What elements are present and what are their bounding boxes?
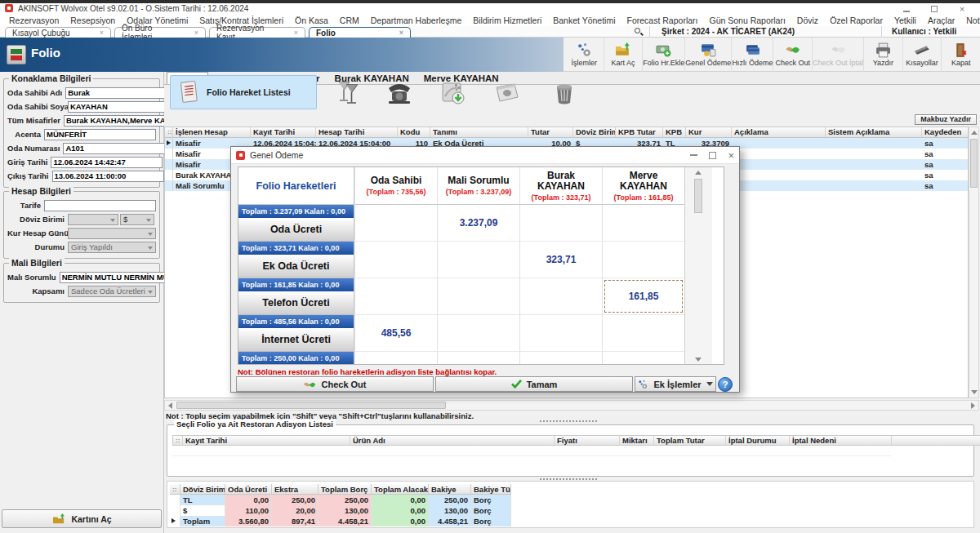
yazdir-button[interactable]: Yazdır: [864, 38, 903, 72]
minibar-cocktail-icon[interactable]: [332, 78, 364, 108]
dialog-close-button[interactable]: ×: [728, 152, 734, 159]
split-cell[interactable]: [437, 352, 519, 365]
close-button[interactable]: ×: [956, 5, 969, 14]
dialog-titlebar[interactable]: Genel Ödeme ×: [231, 147, 739, 164]
search-icon[interactable]: [633, 27, 644, 37]
table-horizontal-scrollbar[interactable]: [164, 400, 979, 411]
minimize-button[interactable]: [900, 5, 913, 14]
split-cell[interactable]: [437, 242, 519, 278]
telephone-icon[interactable]: [383, 78, 416, 108]
tab-on-buro-islemleri[interactable]: Ön Büro İşlemleri ×: [114, 27, 206, 38]
split-cell[interactable]: [519, 352, 602, 365]
menu-item-forecast-raporlari[interactable]: Forecast Raporları: [621, 16, 704, 25]
summary-row-usd[interactable]: $ 110,00 20,00 130,00 0,00 130,00 Borç: [170, 505, 511, 516]
column-header[interactable]: Hesap Tarihi: [316, 127, 398, 137]
ledger-icon[interactable]: [491, 78, 523, 108]
menu-item-gun-sonu-raporlari[interactable]: Gün Sonu Raporları: [703, 16, 791, 25]
makbuz-yazdir-button[interactable]: Makbuz Yazdır: [915, 114, 977, 125]
split-cell[interactable]: [354, 278, 437, 315]
column-header[interactable]: Kodu: [398, 127, 430, 137]
cikis-tarihi-field[interactable]: [52, 171, 164, 182]
column-header[interactable]: Sistem Açıklama: [826, 127, 922, 137]
column-header[interactable]: Tutar: [528, 127, 573, 137]
menu-item-on-kasa[interactable]: Ön Kasa: [289, 16, 334, 25]
column-header[interactable]: Kaydeden: [922, 127, 961, 137]
column-header[interactable]: Kayıt Tarihi: [251, 127, 316, 137]
oda-sahibi-adi-field[interactable]: [65, 87, 177, 99]
split-cell[interactable]: [602, 242, 684, 278]
dialog-help-button[interactable]: ?: [718, 377, 733, 392]
column-header[interactable]: Bakiye: [429, 484, 471, 495]
oda-numarasi-field[interactable]: [63, 143, 175, 154]
menu-item-yetkili[interactable]: Yetkili: [889, 16, 922, 25]
split-cell[interactable]: [354, 205, 437, 242]
column-header[interactable]: Döviz Birimi: [573, 127, 616, 137]
split-cell[interactable]: [519, 315, 602, 352]
menu-item-ozel-raporlar[interactable]: Özel Raporlar: [824, 16, 889, 25]
tab-close-icon[interactable]: ×: [88, 29, 104, 37]
column-header[interactable]: Tanımı: [430, 127, 528, 137]
kart-ac-button[interactable]: Kart Aç: [604, 38, 644, 72]
oda-sahibi-soyadi-field[interactable]: [68, 101, 180, 113]
dialog-tamam-button[interactable]: Tamam: [435, 376, 633, 392]
menu-item-resepsiyon[interactable]: Resepsiyon: [65, 16, 121, 25]
hizli-odeme-button[interactable]: Hızlı Ödeme: [732, 38, 773, 72]
split-cell[interactable]: [602, 352, 684, 365]
summary-row-toplam[interactable]: Toplam 3.560,80 897,41 4.458,21 0,00 4.4…: [170, 516, 511, 526]
menu-item-rezervasyon[interactable]: Rezervasyon: [3, 16, 65, 25]
table-vertical-scrollbar[interactable]: [969, 127, 979, 398]
column-header[interactable]: Toplam Alacak: [372, 484, 429, 495]
column-header[interactable]: Toplam Tutar: [654, 436, 726, 445]
split-cell[interactable]: [437, 315, 519, 352]
menu-item-crm[interactable]: CRM: [334, 16, 365, 25]
column-header[interactable]: Fiyatı: [555, 436, 620, 445]
column-header[interactable]: İşlenen Hesap: [173, 127, 251, 137]
split-cell[interactable]: [354, 352, 437, 365]
kapat-button[interactable]: Kapat: [942, 38, 980, 72]
column-header[interactable]: Döviz Birimi: [180, 484, 225, 495]
split-cell[interactable]: [602, 315, 684, 352]
column-header[interactable]: KPB Tutar: [616, 127, 663, 137]
folio-hareket-listesi-button[interactable]: Folio Hareket Listesi: [170, 75, 317, 109]
column-header[interactable]: Ekstra: [272, 484, 318, 495]
tab-kisayol-cubugu[interactable]: Kısayol Çubuğu ×: [5, 27, 111, 38]
split-cell-selected[interactable]: 161,85: [602, 278, 684, 315]
dialog-minimize-button[interactable]: [690, 154, 697, 156]
split-cell[interactable]: 3.237,09: [437, 205, 519, 242]
tab-close-icon[interactable]: ×: [388, 29, 403, 37]
mali-sorumlu-field[interactable]: [60, 272, 172, 283]
menu-item-banket-yonetimi[interactable]: Banket Yönetimi: [547, 16, 621, 25]
summary-row-tl[interactable]: TL 0,00 250,00 250,00 0,00 250,00 Borç: [170, 495, 511, 505]
tab-close-icon[interactable]: ×: [183, 29, 198, 37]
menu-item-araclar[interactable]: Araçlar: [922, 16, 960, 25]
dialog-vertical-scrollbar[interactable]: [684, 167, 712, 365]
column-header[interactable]: KPB: [663, 127, 686, 137]
column-header[interactable]: Bakiye Türü: [471, 484, 511, 495]
tab-folio[interactable]: Folio ×: [309, 27, 411, 38]
column-header[interactable]: Toplam Borç: [318, 484, 372, 495]
tab-rezervasyon-kayit[interactable]: Rezervasyon Kayıt ×: [209, 27, 305, 38]
split-cell[interactable]: [602, 205, 684, 242]
split-cell[interactable]: 485,56: [354, 315, 437, 352]
kisayollar-button[interactable]: Kısayollar: [903, 38, 942, 72]
dropdown-arrow-icon[interactable]: [706, 382, 713, 386]
islemler-button[interactable]: İşlemler: [565, 38, 604, 72]
split-cell[interactable]: [519, 205, 602, 242]
column-header[interactable]: Kayıt Tarihi: [183, 436, 350, 445]
split-cell[interactable]: [519, 278, 602, 315]
tarife-field[interactable]: [44, 200, 156, 211]
column-header[interactable]: İptal Durumu: [726, 436, 790, 445]
dialog-check-out-button[interactable]: Check Out: [236, 376, 434, 392]
menu-item-departman-haberlesme[interactable]: Departman Haberleşme: [365, 16, 467, 25]
acenta-field[interactable]: [44, 129, 156, 140]
trash-icon[interactable]: [548, 78, 581, 108]
check-out-button[interactable]: Check Out: [773, 38, 813, 72]
split-cell[interactable]: [354, 242, 437, 278]
column-header[interactable]: Ürün Adı: [350, 436, 555, 445]
column-header[interactable]: Oda Ücreti: [225, 484, 272, 495]
map-export-icon[interactable]: [437, 78, 470, 108]
split-cell[interactable]: 323,71: [519, 242, 602, 278]
column-header[interactable]: Miktarı: [620, 436, 654, 445]
genel-odeme-button[interactable]: Genel Ödeme: [685, 38, 732, 72]
menu-item-doviz[interactable]: Döviz: [791, 16, 824, 25]
